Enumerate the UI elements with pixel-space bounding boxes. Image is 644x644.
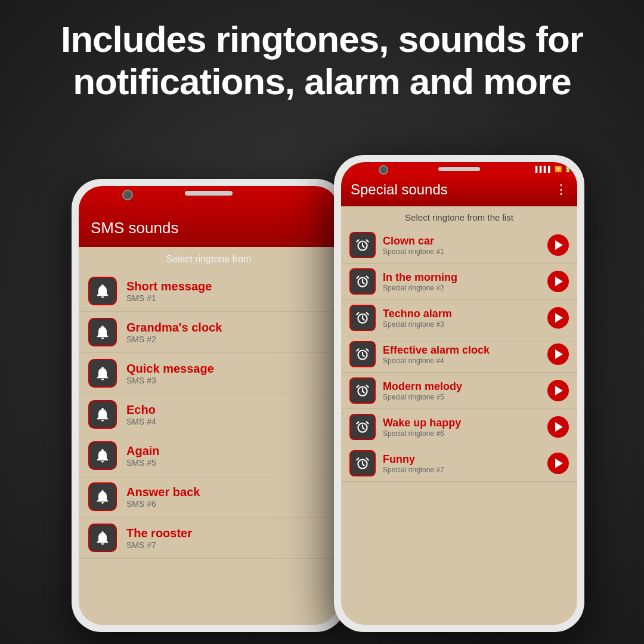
special-name: In the morning [383, 271, 547, 284]
bell-icon [88, 482, 117, 511]
special-name: Wake up happy [383, 417, 547, 429]
phone1-speaker [185, 191, 233, 196]
play-button[interactable] [547, 416, 569, 438]
play-button[interactable] [547, 453, 569, 474]
special-sub: Special ringtone #3 [383, 320, 547, 329]
play-button[interactable] [547, 271, 569, 292]
special-name: Clown car [383, 235, 547, 247]
sms-item[interactable]: Echo SMS #4 [79, 394, 339, 435]
special-item[interactable]: Clown car Special ringtone #1 [341, 227, 577, 264]
alarm-icon [349, 341, 376, 367]
sms-name: Echo [126, 403, 156, 417]
special-name: Funny [383, 453, 547, 466]
phone1-camera [122, 190, 133, 200]
sms-name: Grandma's clock [126, 321, 222, 335]
sms-sub: SMS #4 [126, 417, 156, 426]
special-sub: Special ringtone #4 [383, 357, 547, 365]
bell-icon [88, 277, 117, 305]
sms-sub: SMS #5 [126, 458, 160, 467]
phone1-inner: SMS sounds Select ringtone from Short me… [79, 186, 339, 625]
sms-item[interactable]: Quick message SMS #3 [79, 353, 339, 394]
sms-sub: SMS #7 [126, 540, 192, 550]
special-list: Clown car Special ringtone #1 In the mor… [341, 227, 577, 482]
sms-list: Short message SMS #1 Grandma's clock SMS… [79, 271, 339, 559]
special-sub: Special ringtone #5 [383, 393, 547, 401]
headline-line1: Includes ringtones, sounds for [61, 18, 583, 60]
phone2-title: Special sounds [351, 181, 448, 198]
sms-name: Quick message [126, 362, 214, 376]
sms-name: Short message [126, 280, 212, 293]
phone2-camera [379, 165, 388, 175]
sms-item[interactable]: Grandma's clock SMS #2 [79, 312, 339, 353]
phone1-subtitle: Select ringtone from [79, 247, 339, 271]
special-item[interactable]: Effective alarm clock Special ringtone #… [341, 336, 577, 373]
special-item[interactable]: Funny Special ringtone #7 [341, 445, 577, 482]
bell-icon [88, 441, 117, 470]
phones-container: SMS sounds Select ringtone from Short me… [54, 155, 590, 644]
wifi-icon: 🛜 [555, 166, 562, 172]
special-item[interactable]: Techno alarm Special ringtone #3 [341, 300, 577, 336]
play-button[interactable] [547, 343, 569, 365]
sms-name: Again [126, 444, 160, 458]
sms-name: The rooster [126, 527, 192, 540]
sms-sub: SMS #1 [126, 293, 212, 303]
bell-icon [88, 359, 117, 388]
special-name: Techno alarm [383, 308, 547, 320]
special-name: Effective alarm clock [383, 344, 547, 357]
special-sub: Special ringtone #1 [383, 247, 547, 256]
battery-icon: 🔋 [564, 166, 571, 172]
more-icon[interactable]: ⋮ [555, 182, 568, 197]
special-sub: Special ringtone #7 [383, 466, 547, 474]
sms-sub: SMS #2 [126, 335, 222, 344]
sms-name: Answer back [126, 485, 200, 499]
sms-item[interactable]: Answer back SMS #6 [79, 476, 339, 518]
alarm-icon [349, 305, 376, 331]
alarm-icon [349, 377, 376, 404]
phone2-speaker [438, 167, 480, 171]
phone2: ▌▌▌▌ 🛜 🔋 Special sounds ⋮ Select rington… [334, 155, 584, 632]
headline: Includes ringtones, sounds for notificat… [0, 0, 644, 115]
play-button[interactable] [547, 234, 569, 256]
alarm-icon [349, 232, 376, 258]
alarm-icon [349, 414, 376, 440]
sms-item[interactable]: The rooster SMS #7 [79, 518, 339, 559]
sms-sub: SMS #3 [126, 376, 214, 385]
special-item[interactable]: In the morning Special ringtone #2 [341, 264, 577, 300]
bell-icon [88, 400, 117, 429]
sms-item[interactable]: Short message SMS #1 [79, 271, 339, 312]
alarm-icon [349, 268, 376, 295]
play-button[interactable] [547, 307, 569, 329]
signal-icon: ▌▌▌▌ [535, 166, 552, 172]
special-sub: Special ringtone #2 [383, 284, 547, 292]
special-item[interactable]: Modern melody Special ringtone #5 [341, 373, 577, 409]
phone1-title: SMS sounds [91, 219, 327, 237]
phone2-subtitle: Select ringtone from the list [341, 206, 577, 227]
bell-icon [88, 318, 117, 346]
phone2-header: Special sounds ⋮ [341, 175, 577, 206]
alarm-icon [349, 450, 376, 476]
phone2-inner: ▌▌▌▌ 🛜 🔋 Special sounds ⋮ Select rington… [341, 162, 577, 625]
special-sub: Special ringtone #6 [383, 429, 547, 438]
play-button[interactable] [547, 380, 569, 401]
sms-item[interactable]: Again SMS #5 [79, 435, 339, 476]
special-name: Modern melody [383, 380, 547, 393]
headline-line2: notifications, alarm and more [73, 61, 571, 102]
bell-icon [88, 524, 117, 552]
sms-sub: SMS #6 [126, 499, 200, 509]
phone1: SMS sounds Select ringtone from Short me… [72, 179, 346, 632]
special-item[interactable]: Wake up happy Special ringtone #6 [341, 409, 577, 445]
